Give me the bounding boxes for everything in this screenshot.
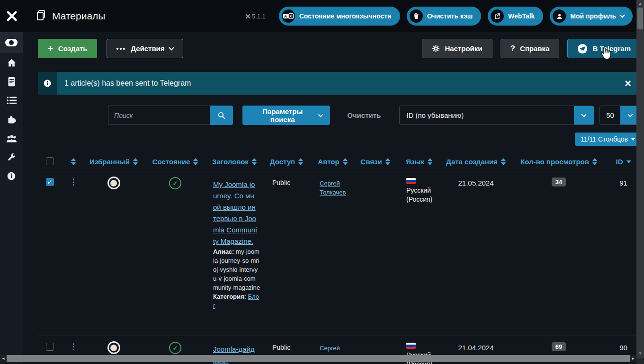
header-id[interactable]: ID xyxy=(606,158,641,166)
hits-badge: 69 xyxy=(552,342,566,351)
trash-icon xyxy=(410,9,423,23)
article-title-link[interactable]: My Joomla journey. Co мной вышло интервь… xyxy=(213,179,258,247)
my-profile-button[interactable]: Мой профиль xyxy=(550,7,633,26)
toolbar: + Создать ••• Действия Настройки ? Справ… xyxy=(38,39,641,58)
sidebar-item-home[interactable] xyxy=(0,53,23,72)
columns-toggle-button[interactable]: 11/11 Столбцов xyxy=(575,133,641,146)
sidebar-toggle-button[interactable] xyxy=(0,32,23,53)
sort-icon xyxy=(71,158,76,165)
scroll-right-arrow-icon[interactable]: ► xyxy=(630,355,636,362)
clear-cache-button[interactable]: Очистить кэш xyxy=(407,7,481,26)
translate-icon: AЯ xyxy=(282,9,295,23)
horizontal-scrollbar[interactable]: ◄ ► xyxy=(0,355,636,362)
gear-icon xyxy=(432,44,440,53)
title-cell: My Joomla journey. Co мной вышло интервь… xyxy=(208,171,260,310)
chevron-down-icon xyxy=(619,12,625,18)
search-group xyxy=(108,106,233,125)
ellipsis-icon: ••• xyxy=(116,45,126,53)
search-icon xyxy=(217,111,226,120)
created-date-cell: 21.05.2024 xyxy=(440,171,511,187)
scroll-down-arrow-icon[interactable]: ▼ xyxy=(636,351,644,355)
horizontal-scrollbar-thumb[interactable] xyxy=(7,355,630,362)
sidebar-item-menus[interactable] xyxy=(0,91,23,110)
published-status-icon[interactable]: ✓ xyxy=(169,342,181,354)
select-all-checkbox-cell xyxy=(38,158,62,165)
sidebar-item-extensions[interactable] xyxy=(0,110,23,129)
chevron-down-icon xyxy=(581,112,586,117)
header-access[interactable]: Доступ xyxy=(260,158,313,166)
page-title: Материалы xyxy=(52,10,105,22)
extensions-icon xyxy=(7,115,17,124)
help-button[interactable]: ? Справка xyxy=(501,39,560,58)
row-checkbox[interactable]: ✓ xyxy=(46,178,54,186)
row-checkbox[interactable] xyxy=(46,343,54,351)
vertical-scrollbar-thumb[interactable] xyxy=(637,8,643,29)
favorite-toggle-icon[interactable] xyxy=(107,177,120,189)
vertical-scrollbar[interactable]: ▲ ▼ xyxy=(636,0,644,364)
search-input[interactable] xyxy=(108,106,210,125)
caret-down-icon xyxy=(631,138,635,141)
user-icon xyxy=(553,9,566,23)
articles-icon xyxy=(7,77,16,87)
header-author[interactable]: Автор xyxy=(313,158,353,166)
row-menu-icon[interactable]: ⋮ xyxy=(70,178,78,186)
question-mark-icon: ? xyxy=(510,44,515,53)
ordering-sort-header[interactable] xyxy=(62,158,85,165)
telegram-icon xyxy=(577,44,588,54)
close-icon: × xyxy=(625,77,631,89)
actions-dropdown-button[interactable]: ••• Действия xyxy=(107,39,183,58)
header-favorite[interactable]: Избранный xyxy=(85,158,142,166)
plus-icon: + xyxy=(47,44,54,54)
sort-icon xyxy=(343,158,348,165)
scroll-left-arrow-icon[interactable]: ◄ xyxy=(0,355,7,362)
hits-badge: 34 xyxy=(552,178,566,186)
header-created[interactable]: Дата создания xyxy=(440,158,511,166)
sort-icon xyxy=(592,158,597,165)
system-message-alert: 1 article(s) has been sent to Telegram × xyxy=(38,72,641,95)
info-icon xyxy=(7,171,16,181)
joomla-admin-page: Материалы 5.1.1 AЯ Состояние многоязычно… xyxy=(0,0,644,364)
header-language[interactable]: Язык xyxy=(398,158,440,166)
chevron-down-icon xyxy=(627,112,633,117)
header-status[interactable]: Состояние xyxy=(142,158,208,166)
multilingual-status-button[interactable]: AЯ Состояние многоязычности xyxy=(279,7,400,26)
sort-order-select[interactable]: ID (по убыванию) xyxy=(399,106,594,125)
settings-button[interactable]: Настройки xyxy=(422,39,492,58)
header-hits[interactable]: Кол-во просмотров xyxy=(511,158,606,166)
sidebar xyxy=(0,32,23,364)
menu-toggle-icon xyxy=(5,39,18,46)
sidebar-item-system[interactable] xyxy=(0,148,23,167)
author-link[interactable]: Сергей Толкачев xyxy=(320,179,358,197)
joomla-logo-icon xyxy=(5,9,19,23)
clear-filters-button[interactable]: Очистить xyxy=(336,106,392,125)
select-all-checkbox[interactable] xyxy=(46,157,54,165)
header-associations[interactable]: Связи xyxy=(353,158,398,166)
sort-icon xyxy=(501,158,506,165)
info-icon xyxy=(43,79,52,88)
create-button[interactable]: + Создать xyxy=(38,39,97,58)
sidebar-item-help[interactable] xyxy=(0,167,23,186)
search-button[interactable] xyxy=(210,106,233,125)
row-menu-icon[interactable]: ⋮ xyxy=(70,343,78,351)
joomla-mini-logo-icon xyxy=(245,14,250,19)
header-title[interactable]: Заголовок xyxy=(208,158,260,166)
sidebar-item-articles[interactable] xyxy=(0,72,23,91)
created-date-cell: 21.04.2024 xyxy=(440,336,511,352)
sort-icon xyxy=(133,158,138,165)
russia-flag-icon xyxy=(406,343,416,349)
search-tools-button[interactable]: Параметры поиска xyxy=(242,106,330,125)
articles-table: Избранный Состояние Заголовок Доступ Авт… xyxy=(38,152,641,364)
access-cell: Public xyxy=(260,336,313,351)
sort-icon xyxy=(193,158,198,165)
favorite-toggle-icon[interactable] xyxy=(107,341,120,354)
webtalk-button[interactable]: WebTalk xyxy=(488,7,543,26)
sidebar-item-users[interactable] xyxy=(0,129,23,148)
send-to-telegram-button[interactable]: В Telegram xyxy=(567,39,641,58)
columns-row: 11/11 Столбцов xyxy=(38,133,641,146)
alert-icon-strip xyxy=(38,72,57,95)
list-limit-select[interactable]: 50 xyxy=(599,106,641,125)
menu-list-icon xyxy=(7,96,17,105)
article-category: Категория: Блог xyxy=(213,293,259,309)
scroll-up-arrow-icon[interactable]: ▲ xyxy=(636,1,644,6)
published-status-icon[interactable]: ✓ xyxy=(169,177,181,189)
